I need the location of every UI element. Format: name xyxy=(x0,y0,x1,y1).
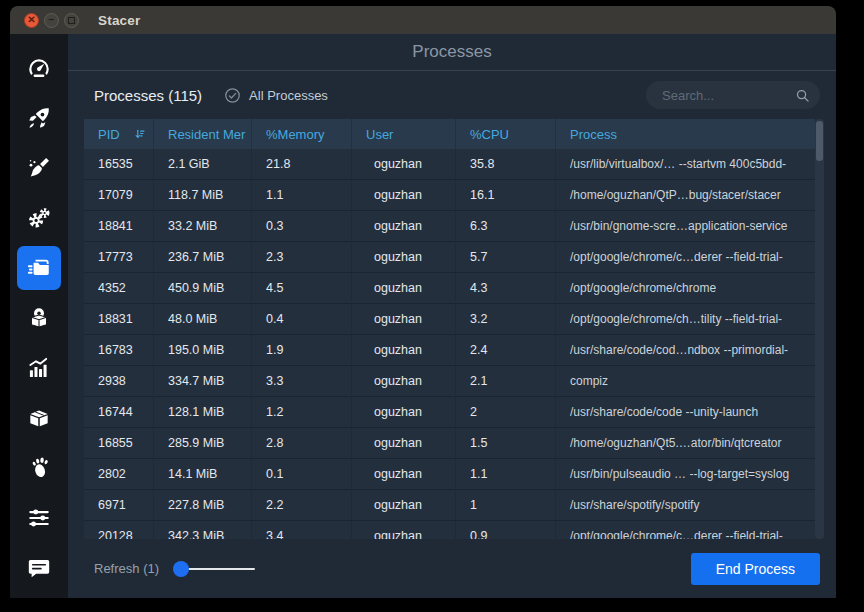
search-input[interactable] xyxy=(660,87,795,104)
search-box[interactable] xyxy=(646,81,820,109)
sidebar-item-services[interactable] xyxy=(17,196,61,240)
page-title: Processes xyxy=(412,42,491,62)
cell-memory-percent: 1.2 xyxy=(252,397,352,426)
sidebar-item-startup-apps[interactable] xyxy=(17,96,61,140)
cell-memory-percent: 0.4 xyxy=(252,304,352,333)
all-processes-toggle[interactable]: All Processes xyxy=(224,87,328,104)
cell-cpu-percent: 4.3 xyxy=(456,273,556,302)
process-table: PID Resident Mer %Memory User xyxy=(84,119,824,539)
slider-track xyxy=(179,568,255,570)
cell-process: /opt/google/chrome/chrome xyxy=(556,273,815,302)
cell-memory-percent: 3.3 xyxy=(252,366,352,395)
page-header: Processes xyxy=(68,34,836,71)
table-row[interactable]: 17079 118.7 MiB 1.1 oguzhan 16.1 /home/o… xyxy=(84,180,815,211)
refresh-interval-slider[interactable] xyxy=(173,561,255,577)
cell-pid: 2802 xyxy=(84,459,154,488)
cell-process: compiz xyxy=(556,366,815,395)
table-row[interactable]: 20128 342.3 MiB 3.4 oguzhan 0.9 /opt/goo… xyxy=(84,521,815,539)
sidebar-item-feedback[interactable] xyxy=(17,546,61,590)
maximize-button[interactable] xyxy=(64,13,79,28)
cell-memory-percent: 2.3 xyxy=(252,242,352,271)
cell-process: /usr/lib/virtualbox/… --startvm 400c5bdd… xyxy=(556,149,815,178)
table-row[interactable]: 18831 48.0 MiB 0.4 oguzhan 3.2 /opt/goog… xyxy=(84,304,815,335)
check-circle-icon xyxy=(224,87,241,104)
cell-cpu-percent: 1.5 xyxy=(456,428,556,457)
footer-bar: Refresh (1) End Process xyxy=(68,539,836,598)
table-row[interactable]: 16535 2.1 GiB 21.8 oguzhan 35.8 /usr/lib… xyxy=(84,149,815,180)
processes-icon xyxy=(26,255,52,281)
cell-pid: 18841 xyxy=(84,211,154,240)
close-button[interactable]: ✕ xyxy=(24,13,39,28)
table-row[interactable]: 18841 33.2 MiB 0.3 oguzhan 6.3 /usr/bin/… xyxy=(84,211,815,242)
cell-user: oguzhan xyxy=(352,242,456,271)
cell-user: oguzhan xyxy=(352,180,456,209)
cell-memory-percent: 2.8 xyxy=(252,428,352,457)
cell-memory-percent: 21.8 xyxy=(252,149,352,178)
sidebar-item-system-cleaner[interactable] xyxy=(17,146,61,190)
cell-pid: 17773 xyxy=(84,242,154,271)
table-row[interactable]: 4352 450.9 MiB 4.5 oguzhan 4.3 /opt/goog… xyxy=(84,273,815,304)
scrollbar-thumb[interactable] xyxy=(816,121,823,161)
cell-resident-memory: 236.7 MiB xyxy=(154,242,252,271)
column-header-pid[interactable]: PID xyxy=(84,119,154,149)
table-row[interactable]: 2938 334.7 MiB 3.3 oguzhan 2.1 compiz xyxy=(84,366,815,397)
table-row[interactable]: 16744 128.1 MiB 1.2 oguzhan 2 /usr/share… xyxy=(84,397,815,428)
sidebar-item-uninstaller[interactable] xyxy=(17,296,61,340)
cell-process: /opt/google/chrome/ch…tility --field-tri… xyxy=(556,304,815,333)
cell-user: oguzhan xyxy=(352,428,456,457)
slider-knob[interactable] xyxy=(173,561,189,577)
cell-process: /home/oguzhan/Qt5.…ator/bin/qtcreator xyxy=(556,428,815,457)
column-header-resident-memory[interactable]: Resident Mer xyxy=(154,119,252,149)
column-header-cpu-percent[interactable]: %CPU xyxy=(456,119,556,149)
table-row[interactable]: 16855 285.9 MiB 2.8 oguzhan 1.5 /home/og… xyxy=(84,428,815,459)
cell-process: /usr/share/spotify/spotify xyxy=(556,490,815,519)
cell-pid: 2938 xyxy=(84,366,154,395)
cell-resident-memory: 195.0 MiB xyxy=(154,335,252,364)
cell-process: /home/oguzhan/QtP…bug/stacer/stacer xyxy=(556,180,815,209)
cell-resident-memory: 128.1 MiB xyxy=(154,397,252,426)
sidebar-item-gnome-settings[interactable] xyxy=(17,446,61,490)
cell-resident-memory: 48.0 MiB xyxy=(154,304,252,333)
cell-cpu-percent: 6.3 xyxy=(456,211,556,240)
main-content: Processes Processes (115) All Processes xyxy=(68,34,836,598)
column-header-memory-percent[interactable]: %Memory xyxy=(252,119,352,149)
cell-user: oguzhan xyxy=(352,397,456,426)
table-row[interactable]: 16783 195.0 MiB 1.9 oguzhan 2.4 /usr/sha… xyxy=(84,335,815,366)
table-row[interactable]: 6971 227.8 MiB 2.2 oguzhan 1 /usr/share/… xyxy=(84,490,815,521)
cell-user: oguzhan xyxy=(352,273,456,302)
cell-pid: 16744 xyxy=(84,397,154,426)
sidebar-item-settings[interactable] xyxy=(17,496,61,540)
table-row[interactable]: 17773 236.7 MiB 2.3 oguzhan 5.7 /opt/goo… xyxy=(84,242,815,273)
broom-icon xyxy=(26,155,52,181)
cell-process: /usr/share/code/code --unity-launch xyxy=(556,397,815,426)
table-body: 16535 2.1 GiB 21.8 oguzhan 35.8 /usr/lib… xyxy=(84,149,824,539)
sidebar-item-dashboard[interactable] xyxy=(17,46,61,90)
column-header-user[interactable]: User xyxy=(352,119,456,149)
column-header-process[interactable]: Process xyxy=(556,119,815,149)
stacer-window: ✕ − Stacer xyxy=(10,6,836,598)
cell-cpu-percent: 2.1 xyxy=(456,366,556,395)
cell-pid: 16535 xyxy=(84,149,154,178)
sidebar-item-resources[interactable] xyxy=(17,346,61,390)
gnome-foot-icon xyxy=(26,455,52,481)
resources-chart-icon xyxy=(26,355,52,381)
cell-pid: 16855 xyxy=(84,428,154,457)
cell-pid: 18831 xyxy=(84,304,154,333)
cell-process: /usr/bin/gnome-scre…application-service xyxy=(556,211,815,240)
cell-process: /usr/bin/pulseaudio … --log-target=syslo… xyxy=(556,459,815,488)
end-process-button[interactable]: End Process xyxy=(691,553,820,585)
table-scrollbar[interactable] xyxy=(815,119,824,539)
sidebar-item-processes[interactable] xyxy=(17,246,61,290)
cell-memory-percent: 1.1 xyxy=(252,180,352,209)
table-header-row: PID Resident Mer %Memory User xyxy=(84,119,815,149)
sidebar-item-package-manager[interactable] xyxy=(17,396,61,440)
cell-process: /opt/google/chrome/c…derer --field-trial… xyxy=(556,521,815,539)
cell-cpu-percent: 5.7 xyxy=(456,242,556,271)
titlebar[interactable]: ✕ − Stacer xyxy=(10,6,836,34)
cell-memory-percent: 4.5 xyxy=(252,273,352,302)
table-row[interactable]: 2802 14.1 MiB 0.1 oguzhan 1.1 /usr/bin/p… xyxy=(84,459,815,490)
all-processes-label: All Processes xyxy=(249,88,328,103)
cell-pid: 17079 xyxy=(84,180,154,209)
cell-resident-memory: 450.9 MiB xyxy=(154,273,252,302)
minimize-button[interactable]: − xyxy=(44,13,59,28)
